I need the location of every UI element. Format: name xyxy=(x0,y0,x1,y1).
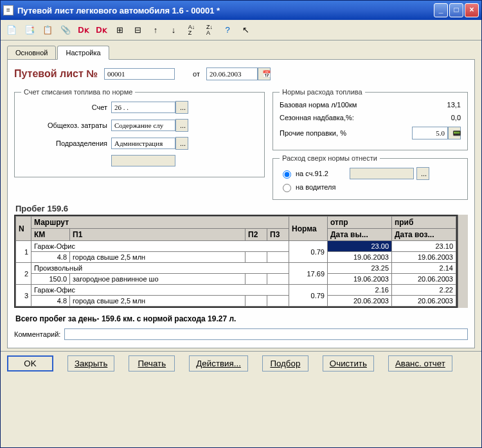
cell-p2[interactable] xyxy=(245,252,267,263)
close-button[interactable]: × xyxy=(465,3,479,17)
tb-sort-za-icon[interactable]: Z↓A xyxy=(202,23,217,37)
extra-input[interactable] xyxy=(111,155,175,166)
cell-dep[interactable]: 23.25 xyxy=(328,263,392,274)
toolbar: 📄 📑 📋 📎 Dᴋ Dᴋ ⊞ ⊟ ↑ ↓ A↓Z Z↓A ? ↖ xyxy=(1,20,481,40)
over-lookup-button[interactable]: ... xyxy=(416,167,429,180)
tb-new-icon[interactable]: 📄 xyxy=(4,23,19,37)
tb-delete-icon[interactable]: 📋 xyxy=(40,23,55,37)
col-dep2[interactable]: Дата вы... xyxy=(328,229,392,241)
cell-arr2[interactable]: 19.06.2003 xyxy=(392,252,456,263)
col-dep[interactable]: отпр xyxy=(328,217,392,229)
cell-p3[interactable] xyxy=(267,296,289,307)
col-norm[interactable]: Норма xyxy=(289,217,328,241)
col-arr2[interactable]: Дата воз... xyxy=(392,229,456,241)
cell-p3[interactable] xyxy=(267,274,289,285)
col-n[interactable]: N xyxy=(16,217,31,241)
grid-scrollbar[interactable] xyxy=(458,215,468,308)
cell-dep[interactable]: 23.00 xyxy=(328,241,392,252)
cell-arr2[interactable]: 20.06.2003 xyxy=(392,274,456,285)
cell-arr2[interactable]: 20.06.2003 xyxy=(392,296,456,307)
cell-km[interactable]: 4.8 xyxy=(31,296,70,307)
tb-down-icon[interactable]: ↓ xyxy=(166,23,181,37)
cell-p2[interactable] xyxy=(245,274,267,285)
overhead-lookup-button[interactable]: ... xyxy=(175,119,188,132)
cell-n[interactable]: 1 xyxy=(16,241,31,263)
cell-km[interactable]: 4.8 xyxy=(31,252,70,263)
actions-button[interactable]: Действия... xyxy=(189,355,248,372)
other-input[interactable] xyxy=(412,127,448,139)
pick-button[interactable]: Подбор xyxy=(262,355,308,372)
ok-button[interactable]: OK xyxy=(7,355,53,372)
account-lookup-button[interactable]: ... xyxy=(175,101,188,114)
cell-dep[interactable]: 2.16 xyxy=(328,285,392,296)
summary-text: Всего пробег за день- 159.6 км. с нормой… xyxy=(15,314,467,323)
base-norm-value: 13,1 xyxy=(447,101,461,109)
cell-p1[interactable]: города свыше 2,5 млн xyxy=(70,252,245,263)
cell-p1[interactable]: загородное равнинное шо xyxy=(70,274,245,285)
cell-arr[interactable]: 2.14 xyxy=(392,263,456,274)
account-label: Счет xyxy=(21,103,111,111)
cell-norm[interactable]: 0.79 xyxy=(289,285,328,307)
dept-label: Подразделения xyxy=(21,139,111,147)
tb-grid1-icon[interactable]: ⊞ xyxy=(112,23,127,37)
calendar-icon[interactable]: 📅 xyxy=(258,67,271,80)
account-input[interactable] xyxy=(111,102,175,113)
doc-date-input[interactable] xyxy=(206,67,258,80)
cell-norm[interactable]: 0.79 xyxy=(289,241,328,263)
tb-dk2-icon[interactable]: Dᴋ xyxy=(94,23,109,37)
tb-sort-az-icon[interactable]: A↓Z xyxy=(184,23,199,37)
cell-n[interactable]: 3 xyxy=(16,285,31,307)
advance-button[interactable]: Аванс. отчет xyxy=(388,355,452,372)
cell-route[interactable]: Гараж-Офис xyxy=(31,241,289,252)
overhead-input[interactable] xyxy=(111,120,175,131)
col-p2[interactable]: П2 xyxy=(245,229,267,241)
col-arr[interactable]: приб xyxy=(392,217,456,229)
clear-button[interactable]: Очистить xyxy=(323,355,374,372)
tb-add-icon[interactable]: 📑 xyxy=(22,23,37,37)
print-button[interactable]: Печать xyxy=(129,355,175,372)
cell-km[interactable]: 150.0 xyxy=(31,274,70,285)
cell-p1[interactable]: города свыше 2,5 млн xyxy=(70,296,245,307)
over-legend: Расход сверх нормы отнести xyxy=(280,154,380,162)
doc-number-input[interactable] xyxy=(104,68,175,80)
over-radio-driver[interactable] xyxy=(283,184,291,192)
tb-pointer-icon[interactable]: ↖ xyxy=(238,23,253,37)
cell-dep2[interactable]: 20.06.2003 xyxy=(328,296,392,307)
cell-route[interactable]: Произвольный xyxy=(31,263,289,274)
over-radio-account[interactable] xyxy=(283,170,291,179)
col-km[interactable]: КМ xyxy=(31,229,70,241)
cell-n[interactable]: 2 xyxy=(16,263,31,285)
cell-dep2[interactable]: 19.06.2003 xyxy=(328,274,392,285)
minimize-button[interactable]: _ xyxy=(434,3,448,17)
cell-p2[interactable] xyxy=(245,296,267,307)
over-group: Расход сверх нормы отнести на сч.91.2 ..… xyxy=(272,154,468,200)
document-icon: ≡ xyxy=(3,5,13,15)
maximize-button[interactable]: □ xyxy=(449,3,463,17)
routes-grid[interactable]: N Маршрут Норма отпр приб КМ П1 П2 П3 Да… xyxy=(14,215,458,308)
tb-up-icon[interactable]: ↑ xyxy=(148,23,163,37)
cell-p3[interactable] xyxy=(267,252,289,263)
dept-input[interactable] xyxy=(111,138,175,149)
tab-settings[interactable]: Настройка xyxy=(57,46,109,60)
cell-arr[interactable]: 2.22 xyxy=(392,285,456,296)
tb-copy-icon[interactable]: 📎 xyxy=(58,23,73,37)
tab-main[interactable]: Основной xyxy=(7,46,56,60)
cell-arr[interactable]: 23.10 xyxy=(392,241,456,252)
titlebar: ≡ Путевой лист легкового автомобиля 1.6 … xyxy=(1,1,481,20)
col-p1[interactable]: П1 xyxy=(70,229,245,241)
tb-help-icon[interactable]: ? xyxy=(220,23,235,37)
col-route[interactable]: Маршрут xyxy=(31,217,289,229)
dept-lookup-button[interactable]: ... xyxy=(175,137,188,150)
norms-legend: Нормы расхода топлива xyxy=(280,88,365,96)
tb-dk-icon[interactable]: Dᴋ xyxy=(76,23,91,37)
cell-dep2[interactable]: 19.06.2003 xyxy=(328,252,392,263)
over-account-input[interactable] xyxy=(350,168,414,179)
comment-input[interactable] xyxy=(64,328,468,340)
col-p3[interactable]: П3 xyxy=(267,229,289,241)
cell-route[interactable]: Гараж-Офис xyxy=(31,285,289,296)
mileage-label: Пробег 159.6 xyxy=(15,204,467,213)
other-calc-button[interactable]: 📟 xyxy=(448,127,461,139)
tb-grid2-icon[interactable]: ⊟ xyxy=(130,23,145,37)
cell-norm[interactable]: 17.69 xyxy=(289,263,328,285)
close-dialog-button[interactable]: Закрыть xyxy=(67,355,114,372)
